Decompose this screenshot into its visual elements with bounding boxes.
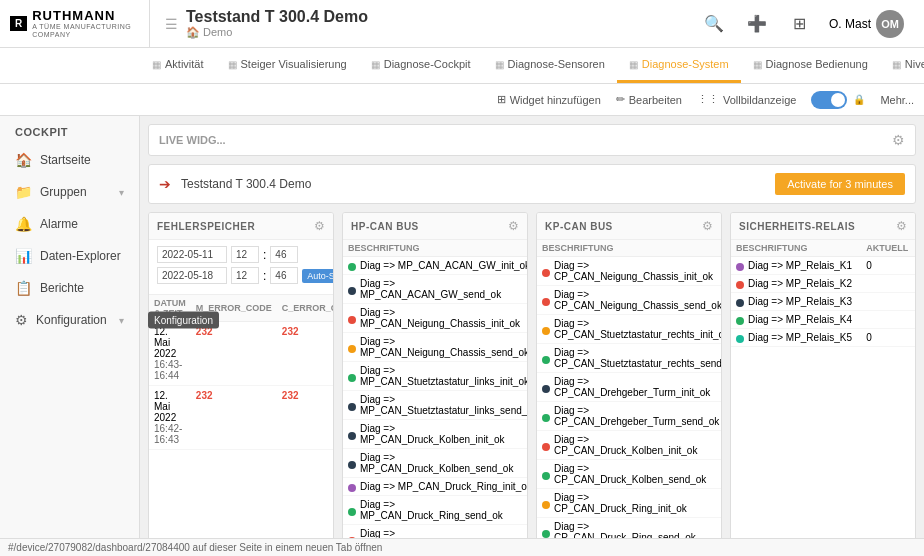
logo-main: RUTHMANN (32, 9, 139, 23)
status-dot (542, 385, 550, 393)
list-item: Diag =>MP_CAN_Stuetztastatur_links_send_… (343, 391, 528, 420)
status-dot (348, 287, 356, 295)
status-dot (348, 461, 356, 469)
status-dot (542, 269, 550, 277)
sidebar-item-berichte[interactable]: 📋 Berichte (0, 272, 139, 304)
live-bar-gear-button[interactable]: ⚙ (892, 132, 905, 148)
nav-icon-steiger: ▦ (228, 59, 237, 70)
hp-can-label-text: Diag =>MP_CAN_Neigung_Chassis_send_ok (360, 336, 528, 358)
fehler-controls: : : Auto-Scroll (149, 240, 333, 295)
fullscreen-icon: ⋮⋮ (697, 93, 719, 106)
nav-label-diagnose-sensoren: Diagnose-Sensoren (508, 58, 605, 70)
nav-item-diagnose-cockpit[interactable]: ▦ Diagnose-Cockpit (359, 48, 483, 83)
status-dot (348, 374, 356, 382)
add-button[interactable]: ➕ (743, 10, 771, 38)
list-item: Diag =>MP_CAN_Neigung_Chassis_send_ok (343, 333, 528, 362)
hp-can-cell-label: Diag => MP_CAN_ACAN_GW_init_ok (343, 257, 528, 275)
fehler-date-2[interactable] (157, 267, 227, 284)
lock-toggle[interactable]: 🔒 (811, 91, 865, 109)
list-item: Diag =>CP_CAN_Drehgeber_Turm_send_ok (537, 402, 722, 431)
panels-grid: FEHLERSPEICHER ⚙ : : Auto (148, 212, 916, 538)
sidebar-item-alarme[interactable]: 🔔 Alarme (0, 208, 139, 240)
list-item: Diag =>CP_CAN_Druck_Ring_init_ok (537, 489, 722, 518)
user-area[interactable]: O. Mast OM (829, 10, 904, 38)
nav-item-aktivitat[interactable]: ▦ Aktivität (140, 48, 216, 83)
nav-label-steiger: Steiger Visualisierung (241, 58, 347, 70)
bearbeiten-button[interactable]: ✏ Bearbeiten (616, 93, 682, 106)
kp-can-col-beschriftung: BESCHRIFTUNG (537, 240, 722, 257)
vollbildanzeige-button[interactable]: ⋮⋮ Vollbildanzeige (697, 93, 796, 106)
status-dot (542, 356, 550, 364)
hp-can-bus-gear-button[interactable]: ⚙ (508, 219, 519, 233)
sidebar-item-konfiguration[interactable]: ⚙ Konfiguration ▾ Konfiguration (0, 304, 139, 336)
fehler-cell-ccode: 232 (277, 386, 334, 450)
nav-item-diagnose-system[interactable]: ▦ Diagnose-System (617, 48, 741, 83)
sidebar-item-startseite[interactable]: 🏠 Startseite (0, 144, 139, 176)
sicherheits-col-beschriftung: BESCHRIFTUNG (731, 240, 861, 257)
list-item: Diag => MP_CAN_ACAN_GW_send_ok (343, 275, 528, 304)
fehler-hour-1[interactable] (231, 246, 259, 263)
hp-can-col-beschriftung: BESCHRIFTUNG (343, 240, 528, 257)
hp-can-label-text: Diag => MP_CAN_ACAN_GW_send_ok (360, 278, 528, 300)
list-item: Diag =>CP_CAN_Neigung_Chassis_send_ok (537, 286, 722, 315)
kp-can-label-text: Diag =>CP_CAN_Drehgeber_Turm_send_ok (554, 405, 719, 427)
nav-label-diagnose-system: Diagnose-System (642, 58, 729, 70)
nav-item-nivellierung[interactable]: ▦ Nivellierung (880, 48, 924, 83)
mehr-button[interactable]: Mehr... (880, 94, 914, 106)
sidebar-item-daten-explorer[interactable]: 📊 Daten-Explorer (0, 240, 139, 272)
kp-can-bus-gear-button[interactable]: ⚙ (702, 219, 713, 233)
list-item: Diag =>MP_CAN_Druck_Kolben_init_ok (343, 420, 528, 449)
search-button[interactable]: 🔍 (700, 10, 728, 38)
kp-can-label-text: Diag =>CP_CAN_Stuetztastatur_rechts_send… (554, 347, 722, 369)
toggle-control[interactable] (811, 91, 847, 109)
activate-button[interactable]: Activate for 3 minutes (775, 173, 905, 195)
fehler-hour-2[interactable] (231, 267, 259, 284)
hp-can-bus-panel: HP-CAN BUS ⚙ BESCHRIFTUNG AKTU... Diag =… (342, 212, 528, 538)
sicherheits-relais-gear-button[interactable]: ⚙ (896, 219, 907, 233)
fehlerspeicher-panel: FEHLERSPEICHER ⚙ : : Auto (148, 212, 334, 538)
list-item: Diag =>MP_CAN_Stuetztastatur_links_init_… (343, 362, 528, 391)
kp-can-cell-label: Diag =>CP_CAN_Drehgeber_Turm_send_ok (537, 402, 722, 431)
fehlerspeicher-gear-button[interactable]: ⚙ (314, 219, 325, 233)
kp-can-label-text: Diag =>CP_CAN_Stuetztastatur_rechts_init… (554, 318, 722, 340)
grid-button[interactable]: ⊞ (786, 10, 814, 38)
sicherheits-label-text: Diag => MP_Relais_K3 (748, 296, 852, 307)
hp-can-cell-label: Diag => MP_CAN_Druck_Ring_send_ok (343, 496, 528, 525)
hp-can-label-text: Diag => MP_CAN_ACAN_GW_init_ok (360, 260, 528, 271)
fehler-min-2[interactable] (270, 267, 298, 284)
fehlerspeicher-header: FEHLERSPEICHER ⚙ (149, 213, 333, 240)
kp-can-cell-label: Diag =>CP_CAN_Stuetztastatur_rechts_send… (537, 344, 722, 373)
kp-can-label-text: Diag =>CP_CAN_Drehgeber_Turm_init_ok (554, 376, 710, 398)
nav-item-diagnose-sensoren[interactable]: ▦ Diagnose-Sensoren (483, 48, 617, 83)
hp-can-cell-label: Diag =>MP_CAN_Stuetztastatur_links_send_… (343, 391, 528, 420)
nav-label-diagnose-cockpit: Diagnose-Cockpit (384, 58, 471, 70)
auto-scroll-button[interactable]: Auto-Scroll (302, 269, 334, 283)
nav-item-steiger[interactable]: ▦ Steiger Visualisierung (216, 48, 359, 83)
nav-label-diagnose-bedienung: Diagnose Bedienung (766, 58, 868, 70)
header: R RUTHMANN A TÜME MANUFACTURING COMPANY … (0, 0, 924, 48)
kp-can-cell-label: Diag =>CP_CAN_Druck_Ring_init_ok (537, 489, 722, 518)
kp-can-bus-header: KP-CAN BUS ⚙ (537, 213, 721, 240)
widget-hinzufugen-button[interactable]: ⊞ Widget hinzufügen (497, 93, 601, 106)
nav-icon-diagnose-cockpit: ▦ (371, 59, 380, 70)
fehler-cell-date: 12. Mai 202216:43-16:44 (149, 322, 191, 386)
nav-label-aktivitat: Aktivität (165, 58, 204, 70)
page-title: Teststand T 300.4 Demo (186, 8, 368, 26)
kp-can-bus-title: KP-CAN BUS (545, 221, 613, 232)
sicherheits-cell-value (861, 311, 915, 329)
kp-can-cell-label: Diag =>CP_CAN_Stuetztastatur_rechts_init… (537, 315, 722, 344)
sidebar-item-gruppen[interactable]: 📁 Gruppen ▾ (0, 176, 139, 208)
nav-icon-diagnose-sensoren: ▦ (495, 59, 504, 70)
hp-can-bus-title: HP-CAN BUS (351, 221, 419, 232)
status-dot (736, 263, 744, 271)
home-icon: 🏠 (15, 152, 32, 168)
kp-can-label-text: Diag =>CP_CAN_Neigung_Chassis_send_ok (554, 289, 722, 311)
nav-item-diagnose-bedienung[interactable]: ▦ Diagnose Bedienung (741, 48, 880, 83)
status-dot (348, 316, 356, 324)
kp-can-label-text: Diag =>CP_CAN_Druck_Ring_init_ok (554, 492, 687, 514)
fehler-date-1[interactable] (157, 246, 227, 263)
edit-icon: ✏ (616, 93, 625, 106)
sicherheits-cell-label: Diag => MP_Relais_K2 (731, 275, 861, 293)
fehler-min-1[interactable] (270, 246, 298, 263)
hp-can-label-text: Diag =>MP_CAN_Stuetztastatur_links_send_… (360, 394, 528, 416)
